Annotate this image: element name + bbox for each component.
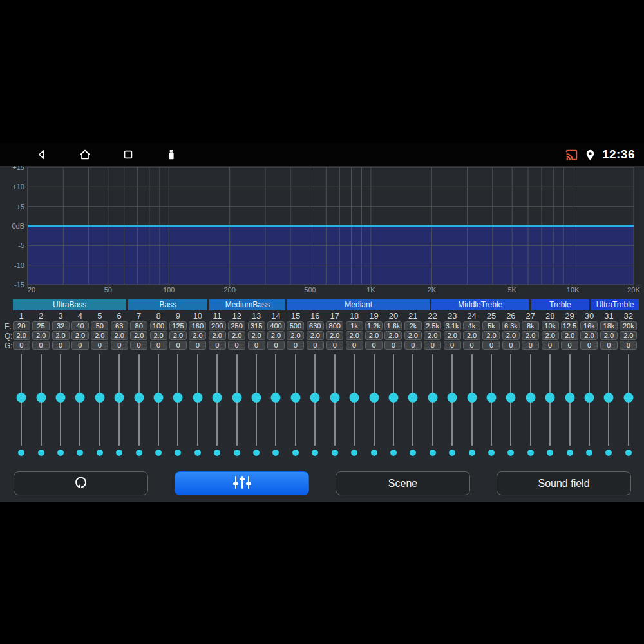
- band-indicator-dot[interactable]: [449, 450, 455, 456]
- q-value-box[interactable]: 2.0: [600, 331, 618, 340]
- gain-value-box[interactable]: 0: [111, 341, 128, 350]
- band-indicator-dot[interactable]: [136, 450, 142, 456]
- gain-value-box[interactable]: 0: [600, 341, 618, 350]
- slider-knob[interactable]: [408, 393, 418, 402]
- slider-knob[interactable]: [565, 393, 574, 402]
- q-value-box[interactable]: 2.0: [620, 331, 637, 340]
- gain-value-box[interactable]: 0: [169, 341, 187, 350]
- frequency-value-box[interactable]: 2.5k: [424, 321, 441, 330]
- q-value-box[interactable]: 2.0: [326, 331, 343, 340]
- q-value-box[interactable]: 2.0: [169, 331, 187, 340]
- slider-knob[interactable]: [604, 393, 614, 402]
- q-value-box[interactable]: 2.0: [32, 331, 50, 340]
- q-value-box[interactable]: 2.0: [150, 331, 167, 340]
- q-value-box[interactable]: 2.0: [365, 331, 383, 340]
- frequency-value-box[interactable]: 50: [91, 321, 108, 330]
- slider-knob[interactable]: [75, 393, 85, 402]
- gain-value-box[interactable]: 0: [71, 341, 89, 350]
- reset-button[interactable]: [14, 471, 148, 495]
- frequency-value-box[interactable]: 125: [169, 321, 187, 330]
- gain-value-box[interactable]: 0: [228, 341, 245, 350]
- frequency-value-box[interactable]: 6.3k: [502, 321, 520, 330]
- gain-value-box[interactable]: 0: [307, 341, 324, 350]
- slider-knob[interactable]: [232, 393, 242, 402]
- slider-knob[interactable]: [486, 393, 496, 402]
- gain-value-box[interactable]: 0: [130, 341, 147, 350]
- gain-value-box[interactable]: 0: [522, 341, 539, 350]
- frequency-value-box[interactable]: 5k: [482, 321, 500, 330]
- frequency-value-box[interactable]: 400: [267, 321, 285, 330]
- band-indicator-dot[interactable]: [567, 450, 573, 456]
- band-group-treble[interactable]: Treble: [531, 299, 590, 310]
- slider-knob[interactable]: [330, 393, 339, 402]
- band-indicator-dot[interactable]: [586, 450, 592, 456]
- slider-knob[interactable]: [310, 393, 320, 402]
- q-value-box[interactable]: 2.0: [522, 331, 539, 340]
- q-value-box[interactable]: 2.0: [561, 331, 578, 340]
- band-indicator-dot[interactable]: [272, 450, 279, 456]
- band-indicator-dot[interactable]: [97, 450, 103, 456]
- gain-value-box[interactable]: 0: [444, 341, 461, 350]
- slider-knob[interactable]: [388, 393, 398, 402]
- frequency-value-box[interactable]: 1.2k: [365, 321, 383, 330]
- gain-value-box[interactable]: 0: [424, 341, 441, 350]
- scene-button[interactable]: Scene: [336, 471, 470, 495]
- slider-knob[interactable]: [467, 393, 477, 402]
- band-indicator-dot[interactable]: [469, 450, 475, 456]
- q-value-box[interactable]: 2.0: [91, 331, 108, 340]
- slider-knob[interactable]: [17, 393, 26, 402]
- gain-value-box[interactable]: 0: [404, 341, 422, 350]
- band-indicator-dot[interactable]: [410, 450, 416, 456]
- gain-value-box[interactable]: 0: [267, 341, 285, 350]
- frequency-value-box[interactable]: 16k: [580, 321, 598, 330]
- slider-knob[interactable]: [271, 393, 281, 402]
- band-indicator-dot[interactable]: [527, 450, 534, 456]
- slider-knob[interactable]: [193, 393, 202, 402]
- q-value-box[interactable]: 2.0: [404, 331, 422, 340]
- back-icon[interactable]: [35, 147, 49, 162]
- q-value-box[interactable]: 2.0: [482, 331, 500, 340]
- band-indicator-dot[interactable]: [57, 450, 64, 456]
- usb-icon[interactable]: [164, 147, 178, 162]
- slider-knob[interactable]: [623, 393, 633, 402]
- q-value-box[interactable]: 2.0: [267, 331, 285, 340]
- gain-value-box[interactable]: 0: [482, 341, 500, 350]
- frequency-value-box[interactable]: 20: [13, 321, 30, 330]
- q-value-box[interactable]: 2.0: [502, 331, 520, 340]
- frequency-value-box[interactable]: 3.1k: [444, 321, 461, 330]
- q-value-box[interactable]: 2.0: [52, 331, 70, 340]
- slider-knob[interactable]: [154, 393, 164, 402]
- gain-value-box[interactable]: 0: [91, 341, 108, 350]
- gain-value-box[interactable]: 0: [463, 341, 480, 350]
- band-indicator-dot[interactable]: [605, 450, 612, 456]
- band-indicator-dot[interactable]: [155, 450, 162, 456]
- sound-field-button[interactable]: Sound field: [497, 471, 631, 495]
- slider-knob[interactable]: [350, 393, 359, 402]
- frequency-value-box[interactable]: 1k: [346, 321, 363, 330]
- home-icon[interactable]: [78, 147, 92, 162]
- gain-value-box[interactable]: 0: [542, 341, 559, 350]
- frequency-value-box[interactable]: 32: [52, 321, 70, 330]
- frequency-value-box[interactable]: 1.6k: [384, 321, 402, 330]
- q-value-box[interactable]: 2.0: [228, 331, 245, 340]
- gain-value-box[interactable]: 0: [150, 341, 167, 350]
- slider-knob[interactable]: [213, 393, 222, 402]
- q-value-box[interactable]: 2.0: [346, 331, 363, 340]
- gain-value-box[interactable]: 0: [287, 341, 304, 350]
- band-group-ultratreble[interactable]: UltraTreble: [591, 299, 639, 310]
- frequency-value-box[interactable]: 315: [248, 321, 265, 330]
- gain-value-box[interactable]: 0: [209, 341, 226, 350]
- slider-knob[interactable]: [115, 393, 124, 402]
- band-indicator-dot[interactable]: [38, 450, 44, 456]
- band-indicator-dot[interactable]: [351, 450, 357, 456]
- q-value-box[interactable]: 2.0: [189, 331, 206, 340]
- frequency-value-box[interactable]: 4k: [463, 321, 480, 330]
- gain-value-box[interactable]: 0: [346, 341, 363, 350]
- q-value-box[interactable]: 2.0: [463, 331, 480, 340]
- band-indicator-dot[interactable]: [488, 450, 495, 456]
- q-value-box[interactable]: 2.0: [580, 331, 598, 340]
- frequency-value-box[interactable]: 18k: [600, 321, 618, 330]
- band-group-mediumbass[interactable]: MediumBass: [209, 299, 285, 310]
- gain-value-box[interactable]: 0: [580, 341, 598, 350]
- slider-knob[interactable]: [428, 393, 437, 402]
